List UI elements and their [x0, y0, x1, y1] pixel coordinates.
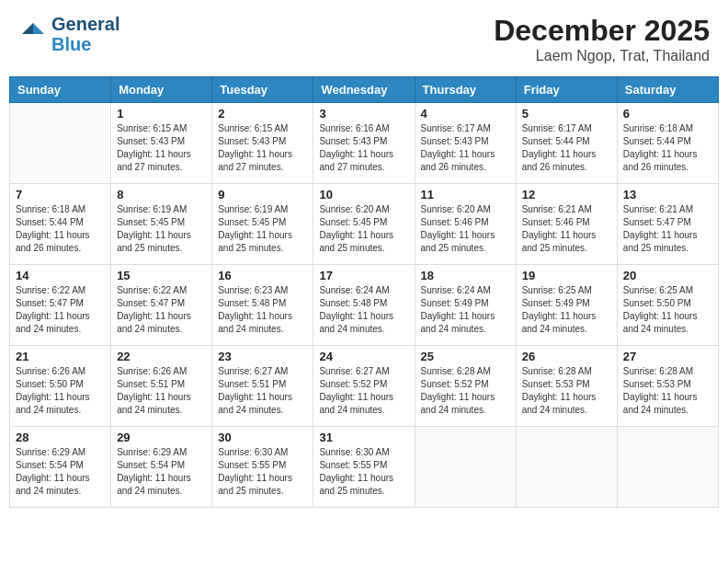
logo-general: General — [51, 14, 119, 34]
cell-info: Sunrise: 6:19 AMSunset: 5:45 PMDaylight:… — [117, 203, 206, 255]
cell-info: Sunrise: 6:28 AMSunset: 5:53 PMDaylight:… — [522, 365, 611, 417]
day-number: 7 — [16, 188, 105, 201]
svg-marker-1 — [22, 23, 33, 34]
day-number: 19 — [522, 269, 611, 282]
cell-info: Sunrise: 6:16 AMSunset: 5:43 PMDaylight:… — [319, 122, 408, 174]
day-number: 23 — [218, 350, 307, 363]
col-header-saturday: Saturday — [617, 77, 718, 103]
day-number: 18 — [421, 269, 510, 282]
cell-info: Sunrise: 6:29 AMSunset: 5:54 PMDaylight:… — [16, 446, 105, 498]
calendar-cell: 31Sunrise: 6:30 AMSunset: 5:55 PMDayligh… — [313, 427, 415, 508]
calendar-cell: 7Sunrise: 6:18 AMSunset: 5:44 PMDaylight… — [10, 184, 111, 265]
week-row-1: 7Sunrise: 6:18 AMSunset: 5:44 PMDaylight… — [10, 184, 719, 265]
cell-info: Sunrise: 6:30 AMSunset: 5:55 PMDaylight:… — [319, 446, 408, 498]
day-number: 25 — [421, 350, 510, 363]
day-number: 27 — [623, 350, 712, 363]
calendar-cell: 11Sunrise: 6:20 AMSunset: 5:46 PMDayligh… — [415, 184, 516, 265]
day-number: 21 — [16, 350, 105, 363]
calendar-cell: 26Sunrise: 6:28 AMSunset: 5:53 PMDayligh… — [516, 346, 617, 427]
calendar-cell: 13Sunrise: 6:21 AMSunset: 5:47 PMDayligh… — [617, 184, 718, 265]
cell-info: Sunrise: 6:15 AMSunset: 5:43 PMDaylight:… — [117, 122, 206, 174]
cell-info: Sunrise: 6:18 AMSunset: 5:44 PMDaylight:… — [623, 122, 712, 174]
day-number: 2 — [218, 107, 307, 121]
cell-info: Sunrise: 6:30 AMSunset: 5:55 PMDaylight:… — [218, 446, 307, 498]
col-header-monday: Monday — [111, 77, 212, 103]
location-subtitle: Laem Ngop, Trat, Thailand — [494, 48, 710, 64]
cell-info: Sunrise: 6:24 AMSunset: 5:49 PMDaylight:… — [421, 284, 510, 336]
calendar-cell: 2Sunrise: 6:15 AMSunset: 5:43 PMDaylight… — [212, 103, 313, 184]
cell-info: Sunrise: 6:23 AMSunset: 5:48 PMDaylight:… — [218, 284, 307, 336]
day-number: 17 — [319, 269, 408, 282]
cell-info: Sunrise: 6:28 AMSunset: 5:53 PMDaylight:… — [623, 365, 712, 417]
cell-info: Sunrise: 6:28 AMSunset: 5:52 PMDaylight:… — [421, 365, 510, 417]
col-header-tuesday: Tuesday — [212, 77, 313, 103]
cell-info: Sunrise: 6:24 AMSunset: 5:48 PMDaylight:… — [319, 284, 408, 336]
svg-marker-0 — [33, 23, 44, 34]
calendar-cell: 16Sunrise: 6:23 AMSunset: 5:48 PMDayligh… — [212, 265, 313, 346]
day-number: 20 — [623, 269, 712, 282]
calendar-cell: 12Sunrise: 6:21 AMSunset: 5:46 PMDayligh… — [516, 184, 617, 265]
day-number: 22 — [117, 350, 206, 363]
calendar-cell: 25Sunrise: 6:28 AMSunset: 5:52 PMDayligh… — [415, 346, 516, 427]
col-header-thursday: Thursday — [415, 77, 516, 103]
day-number: 9 — [218, 188, 307, 201]
day-number: 14 — [16, 269, 105, 282]
week-row-4: 28Sunrise: 6:29 AMSunset: 5:54 PMDayligh… — [10, 427, 719, 508]
day-number: 6 — [623, 107, 712, 121]
cell-info: Sunrise: 6:21 AMSunset: 5:46 PMDaylight:… — [522, 203, 611, 255]
day-number: 5 — [522, 107, 611, 121]
cell-info: Sunrise: 6:22 AMSunset: 5:47 PMDaylight:… — [16, 284, 105, 336]
calendar-cell: 4Sunrise: 6:17 AMSunset: 5:43 PMDaylight… — [415, 103, 516, 184]
cell-info: Sunrise: 6:20 AMSunset: 5:45 PMDaylight:… — [319, 203, 408, 255]
calendar-cell: 23Sunrise: 6:27 AMSunset: 5:51 PMDayligh… — [212, 346, 313, 427]
day-number: 12 — [522, 188, 611, 201]
day-number: 29 — [117, 431, 206, 444]
cell-info: Sunrise: 6:29 AMSunset: 5:54 PMDaylight:… — [117, 446, 206, 498]
col-header-sunday: Sunday — [10, 77, 111, 103]
calendar-cell: 24Sunrise: 6:27 AMSunset: 5:52 PMDayligh… — [313, 346, 415, 427]
cell-info: Sunrise: 6:27 AMSunset: 5:52 PMDaylight:… — [319, 365, 408, 417]
calendar-cell — [415, 427, 516, 508]
day-number: 4 — [421, 107, 510, 121]
week-row-0: 1Sunrise: 6:15 AMSunset: 5:43 PMDaylight… — [10, 103, 719, 184]
day-number: 3 — [319, 107, 408, 121]
page-header: General Blue December 2025 Laem Ngop, Tr… — [9, 9, 719, 69]
day-number: 24 — [319, 350, 408, 363]
calendar-cell: 15Sunrise: 6:22 AMSunset: 5:47 PMDayligh… — [111, 265, 212, 346]
col-header-friday: Friday — [516, 77, 617, 103]
calendar-cell: 5Sunrise: 6:17 AMSunset: 5:44 PMDaylight… — [516, 103, 617, 184]
calendar-cell: 20Sunrise: 6:25 AMSunset: 5:50 PMDayligh… — [617, 265, 718, 346]
day-number: 31 — [319, 431, 408, 444]
calendar-cell: 1Sunrise: 6:15 AMSunset: 5:43 PMDaylight… — [111, 103, 212, 184]
calendar-cell: 17Sunrise: 6:24 AMSunset: 5:48 PMDayligh… — [313, 265, 415, 346]
calendar-cell: 27Sunrise: 6:28 AMSunset: 5:53 PMDayligh… — [617, 346, 718, 427]
cell-info: Sunrise: 6:18 AMSunset: 5:44 PMDaylight:… — [16, 203, 105, 255]
calendar-cell: 10Sunrise: 6:20 AMSunset: 5:45 PMDayligh… — [313, 184, 415, 265]
logo: General Blue — [18, 14, 119, 54]
calendar-cell: 8Sunrise: 6:19 AMSunset: 5:45 PMDaylight… — [111, 184, 212, 265]
calendar-cell: 9Sunrise: 6:19 AMSunset: 5:45 PMDaylight… — [212, 184, 313, 265]
day-number: 10 — [319, 188, 408, 201]
calendar-cell: 14Sunrise: 6:22 AMSunset: 5:47 PMDayligh… — [10, 265, 111, 346]
calendar-header-row: SundayMondayTuesdayWednesdayThursdayFrid… — [10, 77, 719, 103]
day-number: 15 — [117, 269, 206, 282]
cell-info: Sunrise: 6:19 AMSunset: 5:45 PMDaylight:… — [218, 203, 307, 255]
title-block: December 2025 Laem Ngop, Trat, Thailand — [494, 14, 710, 64]
day-number: 30 — [218, 431, 307, 444]
cell-info: Sunrise: 6:26 AMSunset: 5:50 PMDaylight:… — [16, 365, 105, 417]
calendar-cell — [10, 103, 111, 184]
cell-info: Sunrise: 6:22 AMSunset: 5:47 PMDaylight:… — [117, 284, 206, 336]
calendar-cell: 3Sunrise: 6:16 AMSunset: 5:43 PMDaylight… — [313, 103, 415, 184]
calendar-cell: 19Sunrise: 6:25 AMSunset: 5:49 PMDayligh… — [516, 265, 617, 346]
calendar-cell: 28Sunrise: 6:29 AMSunset: 5:54 PMDayligh… — [10, 427, 111, 508]
cell-info: Sunrise: 6:17 AMSunset: 5:44 PMDaylight:… — [522, 122, 611, 174]
calendar-cell: 22Sunrise: 6:26 AMSunset: 5:51 PMDayligh… — [111, 346, 212, 427]
day-number: 13 — [623, 188, 712, 201]
calendar-cell: 21Sunrise: 6:26 AMSunset: 5:50 PMDayligh… — [10, 346, 111, 427]
cell-info: Sunrise: 6:15 AMSunset: 5:43 PMDaylight:… — [218, 122, 307, 174]
cell-info: Sunrise: 6:27 AMSunset: 5:51 PMDaylight:… — [218, 365, 307, 417]
day-number: 26 — [522, 350, 611, 363]
calendar-cell: 18Sunrise: 6:24 AMSunset: 5:49 PMDayligh… — [415, 265, 516, 346]
week-row-2: 14Sunrise: 6:22 AMSunset: 5:47 PMDayligh… — [10, 265, 719, 346]
day-number: 28 — [16, 431, 105, 444]
